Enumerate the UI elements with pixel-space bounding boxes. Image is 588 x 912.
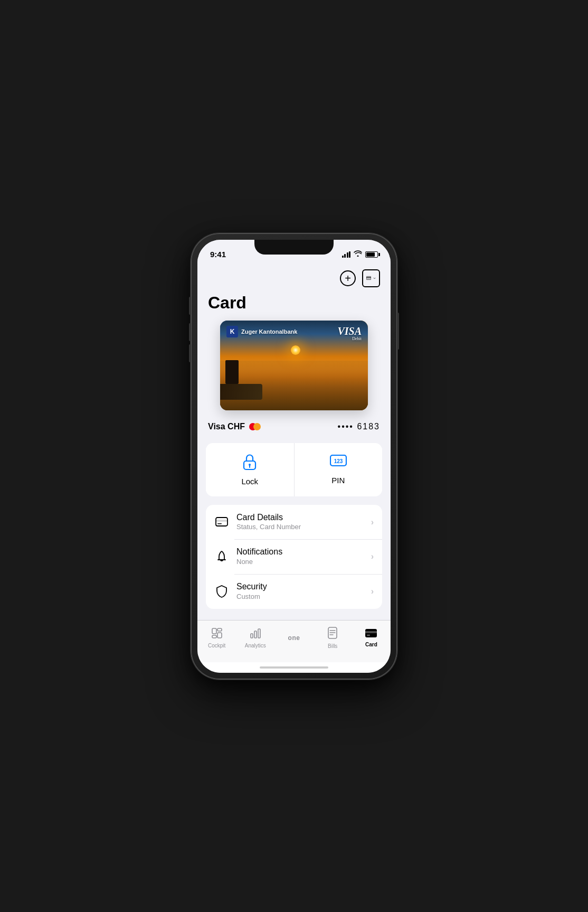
tab-analytics-label: Analytics [245,643,266,648]
security-subtitle: Custom [236,593,371,601]
tab-card-label: Card [365,642,377,647]
notifications-chevron: › [371,552,374,561]
visa-text: VISA [337,325,362,337]
add-card-button[interactable]: + [340,270,356,286]
security-icon [214,584,229,599]
menu-item-notifications[interactable]: Notifications None › [206,539,382,574]
lock-label: Lock [241,477,258,486]
action-buttons-row: Lock 123 PIN [206,443,382,496]
phone-screen: 9:41 [197,240,391,673]
bank-initial: K [230,328,235,335]
security-title: Security [236,581,371,593]
svg-rect-10 [212,628,216,634]
pin-icon: 123 [330,455,347,472]
svg-rect-22 [365,631,377,633]
card-details-icon [214,515,229,530]
card-pier [220,384,262,400]
notifications-subtitle: None [236,558,371,567]
cockpit-icon [211,627,223,641]
card-details-chevron: › [371,518,374,527]
chevron-down-icon [373,276,376,281]
page-title-section: Card [197,294,391,321]
svg-rect-14 [251,634,253,638]
tab-bills[interactable]: Bills [314,625,352,652]
svg-rect-9 [217,523,222,524]
card-details-title: Card Details [236,512,371,523]
svg-rect-1 [366,277,371,278]
page-header: + [197,265,391,294]
notifications-icon [214,549,229,564]
notch [254,240,334,255]
signal-icon [342,251,351,258]
svg-rect-13 [217,633,222,638]
home-indicator [197,662,391,673]
security-chevron: › [371,587,374,596]
menu-item-security[interactable]: Security Custom › [206,574,382,609]
bank-logo-icon: K [226,326,238,337]
svg-rect-12 [212,635,216,638]
analytics-icon [250,627,261,641]
card-icon [366,275,371,282]
white-section: Lock 123 PIN [197,443,391,619]
tab-bar: Cockpit Analytics one [197,620,391,662]
card-details-subtitle: Status, Card Number [236,523,371,532]
plus-icon: + [345,273,351,284]
phone-frame: 9:41 [191,233,397,679]
wifi-icon [354,250,362,258]
card-number-masked: •••• 6183 [338,422,380,431]
status-time: 9:41 [210,250,226,259]
card-logo-area: K Zuger Kantonalbank VISA Debit [220,321,368,346]
card-details-text: Card Details Status, Card Number [236,512,371,532]
lock-button[interactable]: Lock [206,443,295,496]
svg-rect-16 [258,629,260,638]
main-content: + Card [197,265,391,620]
svg-rect-8 [216,520,227,522]
home-bar [260,666,328,669]
page-title: Card [208,294,380,312]
pin-button[interactable]: 123 PIN [295,443,383,496]
mastercard-icon [249,421,261,433]
tab-analytics[interactable]: Analytics [236,625,274,652]
status-icons [342,250,378,258]
notifications-text: Notifications None [236,547,371,567]
pin-label: PIN [331,476,345,485]
notifications-title: Notifications [236,547,371,558]
card-filter-button[interactable] [362,269,380,287]
visa-debit-text: Debit [337,337,362,341]
card-name: Visa CHF [208,421,261,433]
menu-item-card-details[interactable]: Card Details Status, Card Number › [206,505,382,540]
card-name-text: Visa CHF [208,422,245,431]
menu-list: Card Details Status, Card Number › [206,505,382,609]
tab-center[interactable]: one [274,625,313,652]
tab-card[interactable]: Card [352,625,391,652]
bank-card[interactable]: K Zuger Kantonalbank VISA Debit [220,321,368,410]
tab-cockpit-label: Cockpit [208,643,225,648]
card-background: K Zuger Kantonalbank VISA Debit [220,321,368,410]
svg-text:123: 123 [334,458,343,464]
card-info-row: Visa CHF •••• 6183 [197,421,391,443]
mastercard-right-circle [253,423,261,430]
lock-icon [242,454,257,473]
visa-logo: VISA Debit [337,326,362,341]
svg-rect-11 [217,628,222,631]
svg-rect-15 [254,631,257,638]
svg-rect-23 [367,635,370,636]
visa-logo-area: VISA Debit [337,326,362,341]
tab-cockpit[interactable]: Cockpit [197,625,236,652]
tab-bills-label: Bills [328,643,337,649]
bank-logo: K Zuger Kantonalbank [226,326,297,337]
tab-center-label: one [288,634,300,642]
bills-icon [327,627,338,642]
bank-name: Zuger Kantonalbank [241,328,297,335]
battery-icon [365,251,378,258]
security-text: Security Custom [236,581,371,601]
card-display-area: K Zuger Kantonalbank VISA Debit [197,321,391,421]
card-tab-icon [365,628,377,640]
